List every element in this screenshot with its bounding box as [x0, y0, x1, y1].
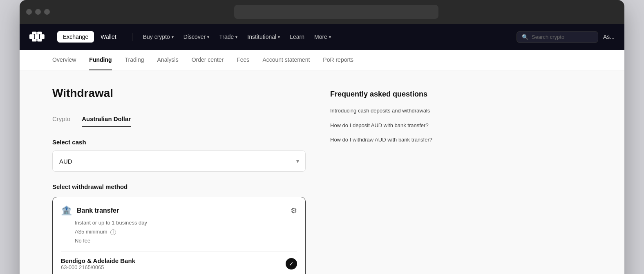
withdrawal-method-label: Select withdrawal method — [52, 183, 306, 190]
svg-rect-4 — [37, 32, 42, 34]
browser-chrome — [20, 0, 624, 24]
tab-australian-dollar[interactable]: Australian Dollar — [82, 111, 131, 127]
nav-link-learn[interactable]: Learn — [286, 31, 309, 43]
svg-rect-5 — [32, 39, 36, 41]
minimize-button[interactable] — [35, 9, 41, 15]
bank-account-info: Bendigo & Adelaide Bank 63-000 2165/0065 — [61, 257, 135, 270]
content-tabs: Crypto Australian Dollar — [52, 111, 306, 127]
gear-icon[interactable]: ⚙ — [291, 206, 297, 215]
chevron-down-icon: ▾ — [207, 35, 209, 39]
nav-tabs: Exchange Wallet — [57, 31, 122, 43]
nav-right: 🔍 Search crypto As... — [517, 31, 615, 43]
sub-nav: Overview Funding Trading Analysis Order … — [20, 50, 624, 70]
nav-divider — [132, 33, 132, 41]
chevron-down-icon: ▾ — [278, 35, 280, 39]
svg-rect-2 — [40, 34, 45, 39]
subnav-overview[interactable]: Overview — [52, 50, 76, 70]
faq-item-1[interactable]: How do I deposit AUD with bank transfer? — [330, 121, 461, 130]
subnav-funding[interactable]: Funding — [89, 50, 112, 70]
address-bar[interactable] — [234, 5, 438, 19]
search-icon: 🔍 — [522, 34, 528, 40]
subnav-order-center[interactable]: Order center — [192, 50, 224, 70]
faq-area: Frequently asked questions Introducing c… — [330, 87, 461, 274]
tab-crypto[interactable]: Crypto — [52, 111, 70, 127]
svg-rect-0 — [29, 34, 34, 39]
subnav-account-statement[interactable]: Account statement — [262, 50, 310, 70]
svg-rect-1 — [35, 34, 39, 39]
traffic-lights — [26, 9, 50, 15]
nav-link-discover-label: Discover — [183, 34, 206, 40]
bank-transfer-title: Bank transfer — [77, 207, 119, 214]
chevron-down-icon: ▾ — [329, 35, 331, 39]
bank-account-row[interactable]: Bendigo & Adelaide Bank 63-000 2165/0065… — [61, 251, 297, 270]
subnav-fees[interactable]: Fees — [237, 50, 249, 70]
page-title: Withdrawal — [52, 87, 306, 100]
tab-wallet[interactable]: Wallet — [95, 31, 122, 43]
nav-link-institutional[interactable]: Institutional ▾ — [243, 31, 284, 43]
nav-link-discover[interactable]: Discover ▾ — [179, 31, 213, 43]
nav-link-trade[interactable]: Trade ▾ — [215, 31, 242, 43]
faq-item-2[interactable]: How do I withdraw AUD with bank transfer… — [330, 136, 461, 144]
select-cash-label: Select cash — [52, 139, 306, 146]
main-content: Withdrawal Crypto Australian Dollar Sele… — [20, 70, 624, 274]
subnav-trading[interactable]: Trading — [125, 50, 144, 70]
subnav-por-reports[interactable]: PoR reports — [323, 50, 353, 70]
check-icon: ✓ — [286, 258, 297, 270]
subnav-analysis[interactable]: Analysis — [157, 50, 179, 70]
maximize-button[interactable] — [44, 9, 50, 15]
tab-exchange[interactable]: Exchange — [57, 31, 94, 43]
bank-minimum-text: A$5 minimum i — [75, 227, 297, 236]
bank-transfer-card[interactable]: 🏦 Bank transfer ⚙ Instant or up to 1 bus… — [52, 197, 306, 274]
select-cash-wrapper: AUD ▾ — [52, 150, 306, 172]
bank-card-details: Instant or up to 1 business day A$5 mini… — [75, 218, 297, 245]
close-button[interactable] — [26, 9, 32, 15]
select-cash-dropdown[interactable]: AUD — [52, 150, 306, 172]
nav-link-learn-label: Learn — [290, 34, 304, 40]
search-box[interactable]: 🔍 Search crypto — [517, 31, 598, 43]
top-nav: Exchange Wallet Buy crypto ▾ Discover ▾ … — [20, 24, 624, 50]
bank-card-header: 🏦 Bank transfer ⚙ — [61, 205, 297, 216]
nav-links: Buy crypto ▾ Discover ▾ Trade ▾ Institut… — [139, 31, 513, 43]
bank-instant-text: Instant or up to 1 business day — [75, 218, 297, 227]
nav-link-buy-crypto[interactable]: Buy crypto ▾ — [139, 31, 178, 43]
bank-account-name: Bendigo & Adelaide Bank — [61, 257, 135, 264]
faq-item-0[interactable]: Introducing cash deposits and withdrawal… — [330, 107, 461, 115]
bank-icon: 🏦 — [61, 205, 72, 216]
bank-card-title-row: 🏦 Bank transfer — [61, 205, 119, 216]
nav-user: As... — [603, 34, 615, 40]
nav-link-buy-crypto-label: Buy crypto — [143, 34, 170, 40]
chevron-down-icon: ▾ — [172, 35, 174, 39]
nav-link-more[interactable]: More ▾ — [310, 31, 335, 43]
svg-rect-6 — [37, 39, 42, 41]
nav-link-more-label: More — [314, 34, 327, 40]
chevron-down-icon: ▾ — [235, 35, 237, 39]
info-icon[interactable]: i — [110, 229, 116, 235]
okx-logo — [29, 31, 49, 43]
browser-window: Exchange Wallet Buy crypto ▾ Discover ▾ … — [20, 0, 624, 274]
search-placeholder: Search crypto — [532, 34, 564, 40]
nav-link-institutional-label: Institutional — [247, 34, 276, 40]
nav-link-trade-label: Trade — [219, 34, 234, 40]
bank-account-number: 63-000 2165/0065 — [61, 264, 135, 270]
svg-rect-3 — [32, 32, 36, 34]
faq-title: Frequently asked questions — [330, 90, 461, 99]
content-area: Withdrawal Crypto Australian Dollar Sele… — [52, 87, 306, 274]
bank-fee-text: No fee — [75, 236, 297, 245]
